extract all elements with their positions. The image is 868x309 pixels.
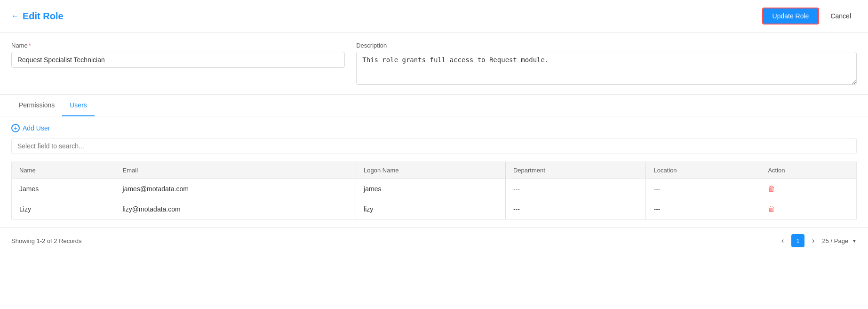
col-email: Email [115,162,356,179]
page-header: ← Edit Role Update Role Cancel [0,0,868,33]
cell-logon-name: lizy [356,199,506,220]
cancel-button[interactable]: Cancel [825,8,857,24]
cell-department: --- [505,199,646,220]
prev-page-button[interactable]: ‹ [778,235,788,247]
tab-permissions[interactable]: Permissions [11,95,62,116]
plus-icon: + [11,124,20,132]
update-role-button[interactable]: Update Role [762,8,820,24]
tab-users[interactable]: Users [62,95,95,116]
delete-user-button[interactable]: 🗑 [768,185,775,193]
col-name: Name [12,162,115,179]
pagination: ‹ 1 › 25 / Page ▼ [778,234,857,247]
name-input[interactable] [11,52,345,68]
tabs-section: Permissions Users [0,95,868,116]
cell-name: Lizy [12,199,115,220]
cell-email: james@motadata.com [115,179,356,199]
col-logon-name: Logon Name [356,162,506,179]
add-user-label: Add User [23,124,50,132]
users-table: Name Email Logon Name Department Locatio… [11,162,857,220]
title-area: ← Edit Role [11,11,64,22]
col-action: Action [760,162,857,179]
cell-action: 🗑 [760,179,857,199]
page-footer: Showing 1-2 of 2 Records ‹ 1 › 25 / Page… [0,227,868,254]
cell-action: 🗑 [760,199,857,220]
tabs-container: Permissions Users [11,95,857,116]
add-user-button[interactable]: + Add User [11,124,50,132]
cell-location: --- [646,179,760,199]
table-row: Lizy lizy@motadata.com lizy --- --- 🗑 [12,199,857,220]
tab-content: + Add User Name Email Logon Name Departm… [0,116,868,227]
cell-name: James [12,179,115,199]
description-group: Description [356,42,857,85]
col-department: Department [505,162,646,179]
table-body: James james@motadata.com james --- --- 🗑… [12,179,857,220]
col-location: Location [646,162,760,179]
search-input[interactable] [11,138,857,154]
header-actions: Update Role Cancel [762,8,857,24]
name-group: Name* [11,42,345,85]
description-textarea[interactable] [356,52,857,85]
cell-location: --- [646,199,760,220]
table-header: Name Email Logon Name Department Locatio… [12,162,857,179]
required-indicator: * [29,42,31,49]
table-header-row: Name Email Logon Name Department Locatio… [12,162,857,179]
page-size-selector[interactable]: 25 / Page [822,237,848,244]
next-page-button[interactable]: › [808,235,818,247]
current-page[interactable]: 1 [791,234,804,247]
page-title: Edit Role [23,11,64,22]
form-section: Name* Description [0,33,868,95]
back-button[interactable]: ← [11,12,19,20]
cell-department: --- [505,179,646,199]
description-label: Description [356,42,857,49]
records-info: Showing 1-2 of 2 Records [11,237,82,244]
cell-email: lizy@motadata.com [115,199,356,220]
table-row: James james@motadata.com james --- --- 🗑 [12,179,857,199]
delete-user-button[interactable]: 🗑 [768,205,775,213]
cell-logon-name: james [356,179,506,199]
page-size-arrow[interactable]: ▼ [852,238,857,244]
name-label: Name* [11,42,345,49]
